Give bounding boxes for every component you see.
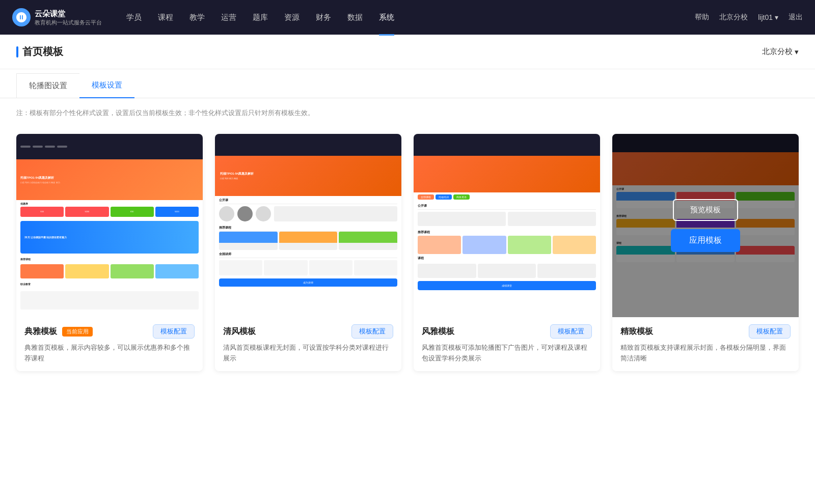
help-link[interactable]: 帮助 — [695, 13, 709, 22]
template-card-3: 全部课程 托福培训 商务英语 公开课 推荐课程 — [414, 134, 600, 371]
template-name-2: 清风模板 — [223, 326, 256, 337]
template-card-1: 托福TPO1-54真题及解析 口语 写作 口语综合练习 综合练习 阅读 听力 优… — [16, 134, 203, 371]
template-overlay-4: 预览模板 应用模板 — [612, 134, 799, 317]
config-button-3[interactable]: 模板配置 — [550, 324, 592, 339]
template-card-4: 公开课 推荐课程 — [612, 134, 799, 371]
template-name-3: 风雅模板 — [422, 326, 454, 337]
template-preview-3[interactable]: 全部课程 托福培训 商务英语 公开课 推荐课程 — [414, 134, 600, 317]
logo: 云朵课堂 教育机构一站式服务云平台 — [12, 8, 102, 26]
nav-finance[interactable]: 财务 — [316, 11, 331, 24]
school-selector-page[interactable]: 北京分校 ▾ — [762, 47, 799, 57]
page-title-bar — [16, 46, 18, 58]
template-footer-4: 精致模板 模板配置 精致首页模板支持课程展示封面，各模板分隔明显，界面简洁清晰 — [612, 317, 799, 371]
template-footer-1: 典雅模板 当前应用 模板配置 典雅首页模板，展示内容较多，可以展示优惠券和多个推… — [16, 317, 203, 371]
template-preview-1[interactable]: 托福TPO1-54真题及解析 口语 写作 口语综合练习 综合练习 阅读 听力 优… — [16, 134, 203, 317]
template-desc-1: 典雅首页模板，展示内容较多，可以展示优惠券和多个推荐课程 — [24, 343, 195, 364]
apply-button-4[interactable]: 应用模板 — [671, 229, 740, 252]
page-header: 首页模板 北京分校 ▾ — [0, 35, 815, 69]
preview-button-4[interactable]: 预览模板 — [673, 199, 738, 221]
main-content: 首页模板 北京分校 ▾ 轮播图设置 模板设置 注：模板有部分个性化样式设置，设置… — [0, 35, 815, 504]
tab-bar: 轮播图设置 模板设置 — [0, 73, 815, 98]
nav-teaching[interactable]: 教学 — [189, 11, 205, 24]
template-desc-4: 精致首页模板支持课程展示封面，各模板分隔明显，界面简洁清晰 — [620, 343, 791, 364]
template-preview-4[interactable]: 公开课 推荐课程 — [612, 134, 799, 317]
logout-button[interactable]: 退出 — [789, 13, 803, 22]
template-desc-3: 风雅首页模板可添加轮播图下广告图片，可对课程及课程包设置学科分类展示 — [422, 343, 592, 364]
page-title-wrap: 首页模板 — [16, 45, 63, 59]
logo-text: 云朵课堂 教育机构一站式服务云平台 — [35, 9, 102, 26]
top-nav: 云朵课堂 教育机构一站式服务云平台 学员 课程 教学 运营 题库 资源 财务 数… — [0, 0, 815, 35]
school-selector[interactable]: 北京分校 — [719, 13, 748, 22]
page-title: 首页模板 — [22, 45, 63, 59]
nav-questions[interactable]: 题库 — [253, 11, 268, 24]
template-note: 注：模板有部分个性化样式设置，设置后仅当前模板生效；非个性化样式设置后只针对所有… — [0, 98, 815, 122]
nav-links: 学员 课程 教学 运营 题库 资源 财务 数据 系统 — [126, 11, 695, 24]
template-preview-2[interactable]: 托福TPO1-54真题及解析口语 写作 听力 阅读 公开课 推荐课程 — [215, 134, 401, 317]
current-badge-1: 当前应用 — [62, 327, 93, 337]
nav-data[interactable]: 数据 — [347, 11, 363, 24]
nav-right: 帮助 北京分校 lijt01 ▾ 退出 — [695, 13, 803, 22]
user-menu[interactable]: lijt01 ▾ — [758, 13, 778, 21]
template-card-2: 托福TPO1-54真题及解析口语 写作 听力 阅读 公开课 推荐课程 — [215, 134, 401, 371]
tab-carousel[interactable]: 轮播图设置 — [16, 73, 79, 98]
nav-students[interactable]: 学员 — [126, 11, 142, 24]
tab-template[interactable]: 模板设置 — [79, 73, 134, 98]
logo-icon — [12, 8, 31, 26]
template-name-1: 典雅模板 — [24, 326, 57, 337]
nav-operations[interactable]: 运营 — [221, 11, 236, 24]
nav-resources[interactable]: 资源 — [284, 11, 300, 24]
config-button-1[interactable]: 模板配置 — [153, 324, 195, 339]
nav-system[interactable]: 系统 — [379, 11, 394, 24]
templates-grid: 托福TPO1-54真题及解析 口语 写作 口语综合练习 综合练习 阅读 听力 优… — [0, 122, 815, 391]
template-name-4: 精致模板 — [620, 326, 653, 337]
config-button-2[interactable]: 模板配置 — [351, 324, 393, 339]
template-footer-3: 风雅模板 模板配置 风雅首页模板可添加轮播图下广告图片，可对课程及课程包设置学科… — [414, 317, 600, 371]
nav-courses[interactable]: 课程 — [158, 11, 173, 24]
template-desc-2: 清风首页模板课程无封面，可设置按学科分类对课程进行展示 — [223, 343, 393, 364]
template-footer-2: 清风模板 模板配置 清风首页模板课程无封面，可设置按学科分类对课程进行展示 — [215, 317, 401, 371]
config-button-4[interactable]: 模板配置 — [749, 324, 791, 339]
